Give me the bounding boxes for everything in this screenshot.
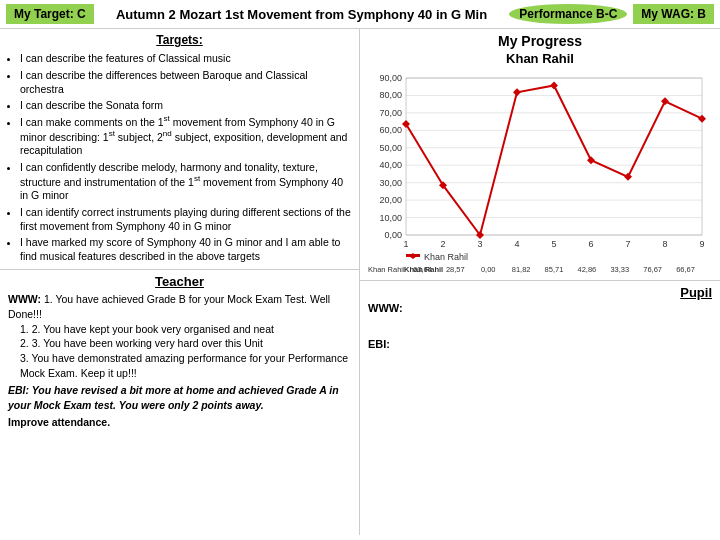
pupil-ebi-label: EBI: xyxy=(368,338,712,350)
svg-text:33,33: 33,33 xyxy=(610,265,629,274)
svg-text:4: 4 xyxy=(514,239,519,249)
pupil-section: Pupil WWW: EBI: xyxy=(360,280,720,535)
svg-marker-38 xyxy=(698,115,706,123)
svg-text:1: 1 xyxy=(403,239,408,249)
svg-text:20,00: 20,00 xyxy=(379,196,402,206)
pupil-www-label: WWW: xyxy=(368,302,712,314)
svg-rect-29 xyxy=(406,78,702,235)
main-content: Targets: I can describe the features of … xyxy=(0,29,720,535)
svg-text:76,67: 76,67 xyxy=(643,265,662,274)
svg-text:3: 3 xyxy=(477,239,482,249)
chart-container: 0,0010,0020,0030,0040,0050,0060,0070,008… xyxy=(360,70,720,280)
targets-header: Targets: xyxy=(0,29,359,49)
svg-marker-37 xyxy=(661,98,669,106)
target-item: I have marked my score of Symphony 40 in… xyxy=(20,235,351,263)
svg-text:10,00: 10,00 xyxy=(379,213,402,223)
svg-text:7: 7 xyxy=(625,239,630,249)
target-item: I can identify correct instruments playi… xyxy=(20,205,351,233)
svg-text:80,00: 80,00 xyxy=(379,91,402,101)
page-title: Autumn 2 Mozart 1st Movement from Sympho… xyxy=(100,7,504,22)
teacher-title: Teacher xyxy=(8,274,351,289)
target-item: I can describe the differences between B… xyxy=(20,68,351,96)
svg-text:60,00: 60,00 xyxy=(379,126,402,136)
svg-text:50,00: 50,00 xyxy=(379,143,402,153)
progress-chart: 0,0010,0020,0030,0040,0050,0060,0070,008… xyxy=(368,70,712,280)
target-item: I can describe the Sonata form xyxy=(20,98,351,112)
teacher-points: 1. 2. You have kept your book very organ… xyxy=(8,322,351,381)
svg-text:0,00: 0,00 xyxy=(384,230,402,240)
svg-marker-36 xyxy=(624,173,632,181)
svg-text:Khan Rahil: Khan Rahil xyxy=(424,252,468,262)
teacher-www-label: WWW: xyxy=(8,293,44,305)
target-item: I can make comments on the 1st movement … xyxy=(20,114,351,158)
svg-marker-33 xyxy=(513,89,521,97)
svg-text:90,00: 90,00 xyxy=(379,73,402,83)
svg-text:66,67: 66,67 xyxy=(676,265,695,274)
target-item: I can confidently describe melody, harmo… xyxy=(20,160,351,203)
teacher-point: 1. 2. You have kept your book very organ… xyxy=(20,322,351,337)
svg-text:42,86: 42,86 xyxy=(577,265,596,274)
teacher-point: 3. You have demonstrated amazing perform… xyxy=(20,351,351,380)
svg-text:0,00: 0,00 xyxy=(481,265,496,274)
svg-marker-34 xyxy=(550,82,558,90)
target-item: I can describe the features of Classical… xyxy=(20,51,351,65)
targets-list: I can describe the features of Classical… xyxy=(0,49,359,269)
teacher-improve: Improve attendance. xyxy=(8,415,351,430)
svg-text:Khan Rahil: Khan Rahil xyxy=(368,265,405,274)
my-target-badge: My Target: C xyxy=(6,4,94,24)
svg-text:85,71: 85,71 xyxy=(545,265,564,274)
pupil-title: Pupil xyxy=(680,285,712,300)
teacher-point: 2. 3. You have been working very hard ov… xyxy=(20,336,351,351)
teacher-section: Teacher WWW: 1. You have achieved Grade … xyxy=(0,269,359,535)
svg-text:40,00: 40,00 xyxy=(379,161,402,171)
svg-text:5: 5 xyxy=(551,239,556,249)
teacher-content: WWW: 1. You have achieved Grade B for yo… xyxy=(8,292,351,429)
svg-marker-40 xyxy=(409,253,417,259)
teacher-www-text: 1. You have achieved Grade B for your Mo… xyxy=(8,293,330,320)
progress-header: My Progress xyxy=(360,29,720,51)
performance-badge: Performance B-C xyxy=(509,4,627,24)
right-panel: My Progress Khan Rahil 0,0010,0020,0030,… xyxy=(360,29,720,535)
svg-text:8: 8 xyxy=(662,239,667,249)
left-panel: Targets: I can describe the features of … xyxy=(0,29,360,535)
header: My Target: C Autumn 2 Mozart 1st Movemen… xyxy=(0,0,720,29)
student-name: Khan Rahil xyxy=(360,51,720,66)
svg-text:81,82: 81,82 xyxy=(512,265,531,274)
svg-text:2: 2 xyxy=(440,239,445,249)
my-wag-badge: My WAG: B xyxy=(633,4,714,24)
svg-text:30,00: 30,00 xyxy=(379,178,402,188)
svg-text:9: 9 xyxy=(699,239,704,249)
svg-text:70,00: 70,00 xyxy=(379,108,402,118)
teacher-ebi: EBI: You have revised a bit more at home… xyxy=(8,383,351,412)
svg-text:6: 6 xyxy=(588,239,593,249)
svg-text:63,64: 63,64 xyxy=(413,265,432,274)
svg-marker-35 xyxy=(587,157,595,165)
svg-text:28,57: 28,57 xyxy=(446,265,465,274)
